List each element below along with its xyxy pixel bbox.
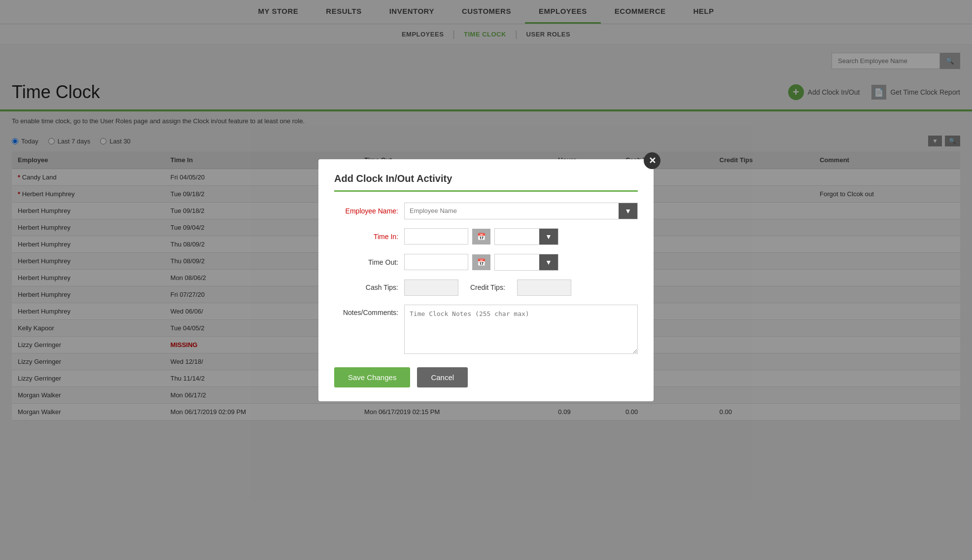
notes-wrapper	[404, 305, 638, 355]
time-in-label: Time In:	[334, 233, 398, 241]
employee-name-input[interactable]	[405, 203, 619, 218]
modal-title: Add Clock In/Out Activity	[334, 173, 638, 184]
employee-name-row: Employee Name: ▼	[334, 203, 638, 219]
save-changes-button[interactable]: Save Changes	[334, 367, 410, 387]
cancel-button[interactable]: Cancel	[417, 367, 468, 387]
time-out-row: Time Out: 07/21/2020 📅 None ▼	[334, 254, 638, 271]
notes-label: Notes/Comments:	[334, 309, 398, 316]
notes-textarea[interactable]	[404, 305, 638, 354]
time-out-label: Time Out:	[334, 258, 398, 266]
time-out-time-wrapper: None ▼	[494, 254, 558, 271]
credit-tips-label: Credit Tips:	[470, 283, 505, 291]
time-in-fields: 07/21/2020 📅 None ▼	[404, 228, 638, 245]
time-out-date-input[interactable]: 07/21/2020	[404, 254, 468, 270]
tips-fields: 0.00 Credit Tips: 0.00	[404, 280, 638, 296]
modal-divider	[334, 190, 638, 192]
time-in-time-input[interactable]: None	[495, 229, 539, 244]
modal: ✕ Add Clock In/Out Activity Employee Nam…	[318, 159, 654, 401]
cash-tips-input[interactable]: 0.00	[404, 280, 458, 296]
modal-footer: Save Changes Cancel	[334, 367, 638, 387]
time-out-time-input[interactable]: None	[495, 254, 539, 270]
modal-close-button[interactable]: ✕	[644, 152, 660, 169]
time-in-time-wrapper: None ▼	[494, 228, 558, 245]
tips-row: Cash Tips: 0.00 Credit Tips: 0.00	[334, 280, 638, 296]
notes-row: Notes/Comments:	[334, 305, 638, 355]
time-out-fields: 07/21/2020 📅 None ▼	[404, 254, 638, 271]
time-out-time-dropdown[interactable]: ▼	[539, 254, 558, 270]
time-in-calendar-button[interactable]: 📅	[472, 229, 490, 245]
time-in-row: Time In: 07/21/2020 📅 None ▼	[334, 228, 638, 245]
credit-tips-input[interactable]: 0.00	[517, 280, 571, 296]
employee-name-dropdown[interactable]: ▼	[619, 203, 637, 219]
time-in-time-dropdown[interactable]: ▼	[539, 229, 558, 245]
employee-name-wrapper: ▼	[404, 203, 638, 219]
time-out-calendar-button[interactable]: 📅	[472, 254, 490, 270]
employee-name-label: Employee Name:	[334, 207, 398, 215]
time-in-date-input[interactable]: 07/21/2020	[404, 228, 468, 245]
modal-overlay: ✕ Add Clock In/Out Activity Employee Nam…	[0, 0, 972, 420]
cash-tips-label: Cash Tips:	[334, 283, 398, 291]
